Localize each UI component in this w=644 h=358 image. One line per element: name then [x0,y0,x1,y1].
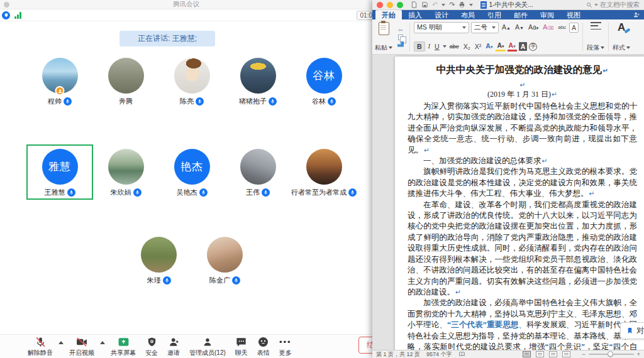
phonetic-guide-button[interactable]: abc [557,23,567,32]
zoom-slider-knob[interactable] [608,351,613,357]
redo-icon[interactable]: ↷ [449,1,455,8]
tab-3[interactable]: 设计 [428,10,455,19]
paste-group[interactable]: 粘贴 [375,21,392,53]
italic-button[interactable]: I [427,42,432,51]
undo-icon[interactable]: ↶ [432,1,438,8]
tab-4[interactable]: 布局 [455,10,481,19]
styles-caret-icon[interactable] [626,46,630,49]
participant-tile[interactable]: 奔腾 [108,58,144,106]
styles-group[interactable]: A 样式 [613,21,630,53]
participant-tile[interactable]: 王伟 [240,149,276,197]
undo-caret-icon[interactable] [441,4,445,6]
toolbar-label: 解除静音 [28,349,53,357]
zoom-slider[interactable] [589,354,634,355]
clear-formatting-button[interactable]: A⌫ [541,23,555,33]
paragraph-caret-icon[interactable] [601,46,604,49]
page-indicator[interactable]: 第 1 页，共 12 页 [376,350,420,358]
shrink-font-button[interactable]: A▼ [514,23,525,33]
search-caret-icon[interactable] [594,4,598,6]
new-document-icon[interactable] [411,1,418,8]
print-icon[interactable] [458,1,465,8]
emoji-button[interactable]: 表情 [257,336,270,357]
save-icon[interactable] [421,1,428,8]
character-shading-button[interactable]: A [519,42,528,51]
avatar: 雅慧 [42,149,78,185]
text-effects-button[interactable]: A▾ [484,41,494,52]
outline-view-button[interactable] [549,351,557,357]
participant-tile[interactable]: 行者常至为者常成 [306,149,342,197]
print-layout-view-button[interactable] [523,351,531,357]
chat-icon [235,336,247,348]
network-signal-icon [14,12,21,19]
tab-8[interactable]: 视图 [560,10,587,19]
invite-button[interactable]: 邀请 [167,336,180,357]
font-size-select[interactable]: 二号 [471,22,499,33]
participant-tile[interactable]: 程帅 [42,58,78,106]
underline-caret-icon[interactable] [443,45,447,48]
character-border-button[interactable]: A [569,23,579,33]
document-title-area: 1-中共中央关... [480,1,533,9]
clipboard-tools: ✂ [396,21,406,53]
paragraph-mark-icon: ↵ [424,146,430,154]
paste-caret-icon[interactable] [389,46,392,49]
proofing-icon[interactable] [458,351,465,357]
word-titlebar: ↶ ↷ 1-中共中央关... 在文档中搜索 [372,0,644,10]
font-name-select[interactable]: MS 明朝 [414,22,469,33]
meeting-window-title: 腾讯会议 [173,0,199,9]
copy-icon[interactable] [398,35,403,40]
tab-2[interactable]: 插入 [402,10,428,19]
change-case-button[interactable]: Aa▾ [527,23,540,33]
enclose-characters-button[interactable]: 字 [529,43,537,51]
zoom-in-button[interactable]: + [637,351,640,357]
participant-tile[interactable]: 陈亮 [174,58,210,106]
toolbar-options-caret-icon[interactable] [469,4,473,6]
chat-button[interactable]: 聊天 [235,336,248,357]
word-doc-icon [480,1,487,9]
tab-7[interactable]: 审阅 [534,10,560,19]
share-collaborate-icon[interactable] [633,10,640,19]
participant-tile[interactable]: 猪猪抱子 [240,58,276,106]
participant-tile[interactable]: 艳杰吴艳杰 [174,149,210,197]
document-page[interactable]: 中共中央关于加强党的政治建设的意见↵↵(2019 年 1 月 31 日)↵为深入… [395,57,644,350]
word-count[interactable]: 9574 个字 [426,350,452,358]
manage-members-button[interactable]: 管理成员(12) [189,336,226,357]
highlight-button[interactable]: A▾ [496,42,505,52]
caret-up-icon[interactable] [58,341,64,344]
draft-view-button[interactable] [562,351,570,357]
tab-5[interactable]: 引用 [481,10,508,19]
participant-tile[interactable]: 谷林谷林 [306,58,342,106]
tab-1[interactable]: 开始 [375,10,402,19]
participant-tile[interactable]: 朱瑾 [141,237,177,285]
web-layout-view-button[interactable] [536,351,544,357]
tab-6[interactable]: 邮件 [508,10,534,19]
participant-tile[interactable]: 朱欣娟 [108,149,144,197]
underline-button[interactable]: U [433,42,441,51]
subscript-button[interactable]: X₂ [462,42,472,51]
security-button[interactable]: 安全 [145,336,158,357]
font-color-button[interactable]: A▾ [508,42,517,52]
participant-tile[interactable]: 陈金广 [207,237,243,285]
zoom-out-button[interactable]: − [582,351,585,357]
strikethrough-button[interactable]: abe [448,42,460,51]
grow-font-button[interactable]: A▲ [501,23,512,33]
close-icon[interactable] [377,2,383,8]
participant-tile[interactable]: 雅慧王雅慧 [42,149,78,197]
unmute-button[interactable]: 解除静音 [28,336,53,357]
document-search[interactable]: 在文档中搜索 [586,1,640,9]
superscript-button[interactable]: X² [474,42,483,51]
zoom-window-icon[interactable] [397,2,403,8]
share-screen-button[interactable]: 共享屏幕 [111,336,136,357]
doc-hyperlink[interactable]: “三个代表”重要思想 [447,320,518,329]
traffic-light-icon[interactable] [4,2,9,8]
minimize-icon[interactable] [387,2,393,8]
floating-translate-button[interactable]: 对 [620,322,644,339]
avatar [207,237,243,273]
more-button[interactable]: •••更多 [279,336,292,357]
word-status-bar: 第 1 页，共 12 页 9574 个字 − + [372,350,644,358]
paragraph-group[interactable]: 段落 [587,21,604,53]
cut-icon[interactable]: ✂ [398,28,403,33]
font-group: MS 明朝 二号 A▲ A▼ Aa▾ A⌫ abc A B I U abe X₂… [414,21,579,53]
bold-button[interactable]: B [414,41,425,52]
start-video-button[interactable]: 开启视频 [69,336,94,357]
caret-up-icon[interactable] [100,341,105,344]
